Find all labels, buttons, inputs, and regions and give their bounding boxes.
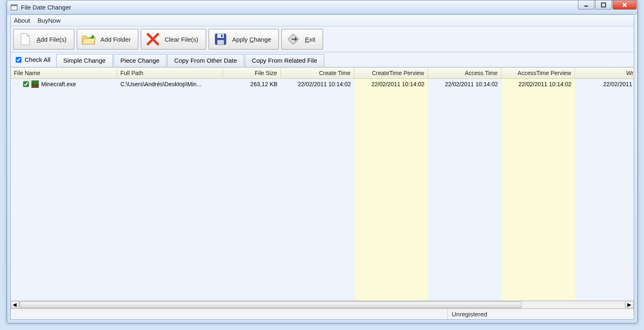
exit-button[interactable]: Exit [281, 29, 323, 50]
preview-stripe-access [501, 79, 575, 300]
menu-buynow[interactable]: BuyNow [38, 17, 61, 24]
svg-rect-11 [217, 40, 224, 45]
col-file-name[interactable]: File Name [11, 68, 117, 78]
scroll-track[interactable] [19, 301, 625, 309]
preview-stripe-create [354, 79, 428, 300]
add-folder-label: Add Folder [100, 36, 131, 43]
svg-rect-17 [36, 84, 37, 85]
exit-label: Exit [305, 36, 315, 43]
tab-simple-change[interactable]: Simple Change [56, 54, 113, 67]
svg-rect-12 [221, 35, 223, 37]
status-bar: Unregistered [11, 309, 634, 319]
menubar: About BuyNow [11, 15, 634, 26]
scroll-left-arrow-icon[interactable]: ◄ [11, 301, 19, 309]
window-controls [578, 0, 637, 9]
scroll-right-arrow-icon[interactable]: ► [625, 301, 634, 309]
tab-copy-related-file[interactable]: Copy From Related File [245, 54, 324, 67]
app-window: File Date Changer About BuyNow Add File(… [7, 0, 638, 323]
check-all[interactable]: Check All [13, 52, 57, 67]
svg-rect-1 [12, 6, 16, 9]
cell-access-time: 22/02/2011 10:14:02 [428, 81, 501, 87]
window-title: File Date Changer [21, 4, 71, 11]
file-grid: File Name Full Path File Size Create Tim… [11, 67, 634, 309]
maximize-button[interactable] [595, 0, 612, 9]
save-disk-icon [213, 32, 228, 47]
status-left [11, 309, 448, 319]
exit-icon [286, 32, 301, 47]
client-area: About BuyNow Add File(s) Add Folder C [10, 14, 634, 320]
file-name-text: Minecraft.exe [41, 81, 76, 87]
svg-rect-4 [601, 3, 606, 7]
table-row[interactable]: ···· Minecraft.exe C:\Users\Andrés\Deskt… [11, 79, 634, 90]
apply-change-label: Apply Change [232, 36, 271, 43]
cell-create-time-preview: 22/02/2011 10:14:02 [354, 81, 428, 87]
check-all-label: Check All [25, 56, 51, 63]
tab-piece-change[interactable]: Piece Change [114, 54, 166, 67]
minecraft-file-icon [31, 80, 39, 88]
clear-x-icon [145, 32, 160, 47]
svg-rect-16 [32, 83, 33, 85]
col-access-time[interactable]: Access Time [428, 68, 501, 78]
file-add-icon [18, 32, 33, 47]
svg-rect-15 [31, 84, 39, 88]
row-checkbox[interactable] [23, 81, 29, 87]
tab-row: Check All Simple Change Piece Change Cop… [11, 52, 634, 67]
tab-copy-other-date[interactable]: Copy From Other Date [167, 54, 244, 67]
app-icon [10, 4, 18, 11]
col-access-time-preview[interactable]: AccessTime Perview [501, 68, 575, 78]
add-folder-button[interactable]: Add Folder [77, 29, 138, 50]
col-create-time[interactable]: Create Time [281, 68, 354, 78]
horizontal-scrollbar[interactable]: ◄ ► [11, 300, 634, 309]
clear-files-label: Clear File(s) [164, 36, 198, 43]
svg-rect-10 [217, 34, 224, 38]
col-file-size[interactable]: File Size [223, 68, 281, 78]
cell-file-name: ···· Minecraft.exe [11, 80, 117, 88]
check-all-checkbox[interactable] [16, 57, 21, 63]
grid-body[interactable]: ···· Minecraft.exe C:\Users\Andrés\Deskt… [11, 79, 634, 300]
svg-rect-2 [11, 5, 17, 6]
titlebar[interactable]: File Date Changer [7, 0, 637, 14]
toolbar: Add File(s) Add Folder Clear File(s) App… [11, 26, 634, 52]
menu-about[interactable]: About [14, 17, 30, 24]
col-write-time[interactable]: Write T [575, 68, 634, 78]
cell-full-path: C:\Users\Andrés\Desktop\Min... [117, 81, 223, 87]
folder-open-icon [81, 32, 96, 47]
close-button[interactable] [613, 0, 637, 9]
cell-file-size: 263,12 KB [223, 81, 281, 87]
grid-header: File Name Full Path File Size Create Tim… [11, 67, 634, 79]
col-create-time-preview[interactable]: CreateTime Perview [354, 68, 428, 78]
apply-change-button[interactable]: Apply Change [209, 29, 279, 50]
clear-files-button[interactable]: Clear File(s) [141, 29, 206, 50]
cell-access-time-preview: 22/02/2011 10:14:02 [501, 81, 575, 87]
status-registration: Unregistered [448, 309, 634, 319]
cell-create-time: 22/02/2011 10:14:02 [281, 81, 354, 87]
col-full-path[interactable]: Full Path [117, 68, 223, 78]
scroll-thumb[interactable] [20, 302, 522, 308]
add-files-label: Add File(s) [37, 36, 67, 43]
add-files-button[interactable]: Add File(s) [13, 29, 75, 50]
cell-write-time: 22/02/2011 10:1 [575, 81, 634, 87]
tree-connector-icon: ···· [14, 82, 21, 87]
minimize-button[interactable] [578, 0, 594, 9]
